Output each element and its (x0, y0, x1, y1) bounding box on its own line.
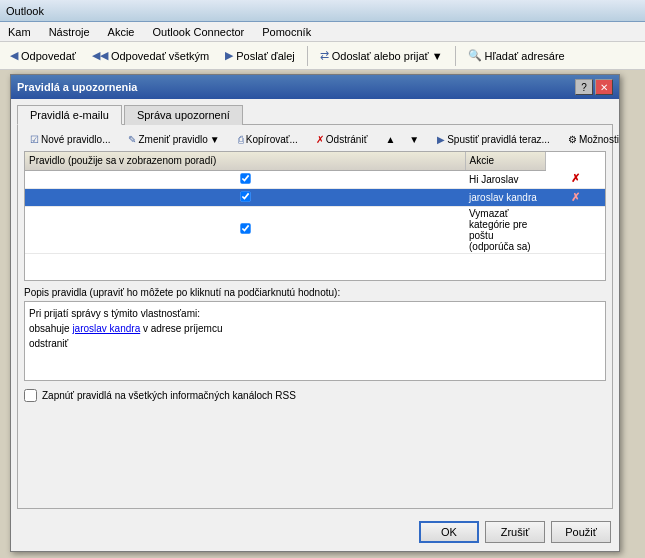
desc-line-1: Pri prijatí správy s týmito vlastnosťami… (29, 306, 601, 321)
outlook-titlebar: Outlook (0, 0, 645, 22)
edit-rule-icon: ✎ (128, 134, 136, 145)
rule-checkbox-2[interactable] (25, 188, 465, 206)
table-row-selected[interactable]: jaroslav kandra ✗ (25, 188, 605, 206)
new-rule-button[interactable]: ☑ Nové pravidlo... (24, 132, 116, 147)
send-receive-button[interactable]: ⇄ Odoslať alebo prijať ▼ (314, 46, 449, 65)
send-receive-icon: ⇄ (320, 49, 329, 62)
options-icon: ⚙ (568, 134, 577, 145)
tab-email-rules[interactable]: Pravidlá e-mailu (17, 105, 122, 125)
apply-button[interactable]: Použiť (551, 521, 611, 543)
menu-akcie[interactable]: Akcie (104, 25, 139, 39)
move-up-button[interactable]: ▲ (379, 132, 401, 147)
dialog-titlebar: Pravidlá a upozornenia ? ✕ (11, 75, 619, 99)
change-rule-button[interactable]: ✎ Zmeniť pravidlo ▼ (122, 132, 225, 147)
up-icon: ▲ (385, 134, 395, 145)
dialog-content: Pravidlá e-mailu Správa upozornení ☑ Nov… (11, 99, 619, 515)
copy-icon: ⎙ (238, 134, 244, 145)
desc-line-3: odstraniť (29, 336, 601, 351)
dialog-buttons: OK Zrušiť Použiť (11, 515, 619, 551)
dialog-help-button[interactable]: ? (575, 79, 593, 95)
rule-name-3[interactable]: Vymazať kategórie pre poštu (odporúča sa… (465, 206, 545, 253)
search-button[interactable]: 🔍 Hľadať adresáre (462, 46, 571, 65)
dialog-tabs: Pravidlá e-mailu Správa upozornení (17, 105, 613, 125)
toolbar-separator (307, 46, 308, 66)
dialog-title: Pravidlá a upozornenia (17, 81, 137, 93)
run-rules-button[interactable]: ▶ Spustiť pravidlá teraz... (431, 132, 556, 147)
main-area: Pravidlá a upozornenia ? ✕ Pravidlá e-ma… (0, 70, 645, 558)
rules-dialog: Pravidlá a upozornenia ? ✕ Pravidlá e-ma… (10, 74, 620, 552)
run-icon: ▶ (437, 134, 445, 145)
down-icon: ▼ (409, 134, 419, 145)
desc-link[interactable]: jaroslav kandra (72, 323, 140, 334)
send-receive-dropdown-icon: ▼ (432, 50, 443, 62)
desc-line-2: obsahuje jaroslav kandra v adrese príjem… (29, 321, 601, 336)
description-box: Pri prijatí správy s týmito vlastnosťami… (24, 301, 606, 381)
copy-rule-button[interactable]: ⎙ Kopírovať... (232, 132, 304, 147)
menu-nastroje[interactable]: Nástroje (45, 25, 94, 39)
reply-all-button[interactable]: ◀◀ Odpovedať všetkým (86, 46, 215, 65)
delete-icon: ✗ (316, 134, 324, 145)
rule-name-2[interactable]: jaroslav kandra (465, 188, 545, 206)
outlook-toolbar: ◀ Odpovedať ◀◀ Odpovedať všetkým ▶ Posla… (0, 42, 645, 70)
rule-checkbox-3[interactable] (25, 206, 465, 253)
col-header-rule: Pravidlo (použije sa v zobrazenom poradí… (25, 152, 465, 170)
search-icon: 🔍 (468, 49, 482, 62)
menu-outlook-connector[interactable]: Outlook Connector (149, 25, 249, 39)
dialog-title-controls: ? ✕ (575, 79, 613, 95)
reply-button[interactable]: ◀ Odpovedať (4, 46, 82, 65)
change-rule-dropdown-icon: ▼ (210, 134, 220, 145)
rss-label: Zapnúť pravidlá na všetkých informačných… (42, 390, 296, 401)
rule-action-1: ✗ (545, 170, 605, 188)
menu-kam[interactable]: Kam (4, 25, 35, 39)
desc-contains: obsahuje (29, 323, 72, 334)
move-down-button[interactable]: ▼ (403, 132, 425, 147)
outlook-title: Outlook (6, 5, 44, 17)
reply-icon: ◀ (10, 49, 18, 62)
table-row[interactable]: Vymazať kategórie pre poštu (odporúča sa… (25, 206, 605, 253)
new-rule-icon: ☑ (30, 134, 39, 145)
rules-table: Pravidlo (použije sa v zobrazenom poradí… (25, 152, 605, 254)
delete-rule-button[interactable]: ✗ Odstrániť (310, 132, 374, 147)
tab-panel-email-rules: ☑ Nové pravidlo... ✎ Zmeniť pravidlo ▼ ⎙… (17, 124, 613, 509)
cancel-button[interactable]: Zrušiť (485, 521, 545, 543)
delete-rule-icon-1: ✗ (571, 172, 580, 184)
rss-row: Zapnúť pravidlá na všetkých informačných… (24, 389, 606, 402)
options-button[interactable]: ⚙ Možnosti (562, 132, 625, 147)
inner-toolbar: ☑ Nové pravidlo... ✎ Zmeniť pravidlo ▼ ⎙… (24, 131, 606, 147)
outlook-menubar: Kam Nástroje Akcie Outlook Connector Pom… (0, 22, 645, 42)
toolbar-separator-2 (455, 46, 456, 66)
rule-action-3 (545, 206, 605, 253)
table-row[interactable]: Hi Jaroslav ✗ (25, 170, 605, 188)
delete-rule-icon-2: ✗ (571, 191, 580, 203)
reply-all-icon: ◀◀ (92, 49, 108, 62)
rule-action-2: ✗ (545, 188, 605, 206)
forward-icon: ▶ (225, 49, 233, 62)
dialog-close-button[interactable]: ✕ (595, 79, 613, 95)
rule-checkbox-1[interactable] (25, 170, 465, 188)
rule-name-1[interactable]: Hi Jaroslav (465, 170, 545, 188)
description-label: Popis pravidla (upraviť ho môžete po kli… (24, 287, 606, 298)
rss-checkbox[interactable] (24, 389, 37, 402)
desc-address: v adrese príjemcu (140, 323, 222, 334)
rules-table-container: Pravidlo (použije sa v zobrazenom poradí… (24, 151, 606, 281)
tab-alerts[interactable]: Správa upozornení (124, 105, 243, 125)
ok-button[interactable]: OK (419, 521, 479, 543)
menu-pomocnik[interactable]: Pomocník (258, 25, 315, 39)
col-header-actions: Akcie (465, 152, 545, 170)
forward-button[interactable]: ▶ Poslať ďalej (219, 46, 301, 65)
